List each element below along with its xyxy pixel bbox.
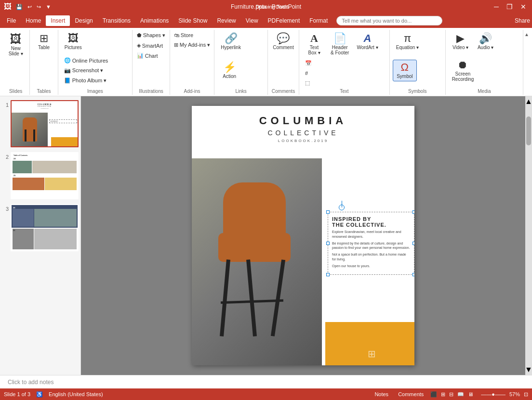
new-slide-button[interactable]: 🖼 NewSlide ▾ xyxy=(4,31,28,59)
menu-bar: File Home Insert Design Transitions Anim… xyxy=(0,13,532,28)
slide-preview-3[interactable]: 28 30 xyxy=(11,204,79,251)
view-outline-btn[interactable]: ⊞ xyxy=(441,391,445,398)
view-normal-btn[interactable]: ⬛ xyxy=(430,391,437,398)
wordart-button[interactable]: A WordArt ▾ xyxy=(353,31,381,52)
symbol-button[interactable]: Ω Symbol xyxy=(393,60,417,81)
view-presenter-btn[interactable]: 🖥 xyxy=(468,391,473,397)
screenshot-label: Screenshot ▾ xyxy=(72,67,104,74)
menu-slideshow[interactable]: Slide Show xyxy=(173,15,212,26)
slide-canvas[interactable]: COLUMBIA COLLECTIVE LOOKBOOK.2019 xyxy=(192,106,414,365)
textbox-button[interactable]: A TextBox ▾ xyxy=(302,31,326,58)
menu-animations[interactable]: Animations xyxy=(135,15,173,26)
thumb2-inner: Table of Contents 24 25 xyxy=(12,153,78,198)
menu-format[interactable]: Format xyxy=(305,15,332,26)
view-slide-sorter-btn[interactable]: ⊟ xyxy=(449,391,453,398)
thumb3-top: 28 xyxy=(12,205,78,228)
thumb2-row1 xyxy=(13,161,77,173)
ribbon-collapse-btn[interactable]: ▲ xyxy=(523,30,530,95)
chair-leg2 xyxy=(246,259,257,336)
vertical-scrollbar[interactable]: ▲ ▼ xyxy=(525,96,532,375)
audio-button[interactable]: 🔊 Audio ▾ xyxy=(474,31,498,52)
slide-thumb-1[interactable]: 1 COLUMBIA COLLECTIVE LOOKBOOK.2019 INSP… xyxy=(2,100,79,147)
comment-label: Comment xyxy=(273,45,293,50)
shapes-button[interactable]: ⬟ Shapes ▾ xyxy=(134,31,168,40)
action-button[interactable]: ⚡ Action xyxy=(217,60,241,81)
chair-visual xyxy=(209,178,305,346)
wordart-label: WordArt ▾ xyxy=(357,45,378,50)
smartart-button[interactable]: ◈ SmartArt xyxy=(134,41,168,50)
slides-group-label: Slides xyxy=(9,88,22,94)
screen-recording-button[interactable]: ⏺ ScreenRecording xyxy=(449,57,478,84)
title-bar-right: ─ ❐ ✕ xyxy=(492,3,528,11)
redo-btn[interactable]: ↪ xyxy=(35,3,42,11)
window-title: Furniture.pptx - PowerPoint xyxy=(231,3,301,10)
my-addins-icon: ⊞ xyxy=(174,42,178,48)
action-label: Action xyxy=(223,74,236,79)
slide-chair-image xyxy=(192,158,322,365)
wordart-icon: A xyxy=(364,33,372,44)
my-addins-label: My Add-ins ▾ xyxy=(180,42,210,48)
selection-handle-ml xyxy=(326,242,330,245)
undo-btn[interactable]: ↩ xyxy=(26,3,33,11)
screenshot-button[interactable]: 📷 Screenshot ▾ xyxy=(61,66,111,75)
text-more2-button[interactable]: # xyxy=(302,69,315,77)
table-icon: ⊞ xyxy=(40,33,48,44)
thumb2-img2 xyxy=(32,161,77,173)
my-addins-button[interactable]: ⊞ My Add-ins ▾ xyxy=(171,40,213,50)
links-group-label: Links xyxy=(235,88,246,94)
slides-panel: 1 COLUMBIA COLLECTIVE LOOKBOOK.2019 INSP… xyxy=(0,96,81,375)
fit-slide-btn[interactable]: ⊡ xyxy=(524,391,528,398)
photo-album-button[interactable]: 📘 Photo Album ▾ xyxy=(61,76,111,85)
new-slide-icon: 🖼 xyxy=(10,33,22,45)
text-more1-button[interactable]: 📅 xyxy=(302,59,315,68)
ribbon-group-illustrations: ⬟ Shapes ▾ ◈ SmartArt 📊 Chart Illustrati… xyxy=(133,30,170,95)
scrollbar-thumb[interactable] xyxy=(526,116,531,145)
pictures-button[interactable]: 🖼 Pictures xyxy=(61,31,85,52)
hyperlink-button[interactable]: 🔗 Hyperlink xyxy=(217,31,244,52)
zoom-slider[interactable]: ——●—— xyxy=(481,391,505,397)
menu-review[interactable]: Review xyxy=(212,15,240,26)
notes-status-btn[interactable]: Notes xyxy=(372,391,391,398)
header-footer-button[interactable]: 📄 Header& Footer xyxy=(327,31,352,58)
table-button[interactable]: ⊞ Table xyxy=(32,31,56,52)
shapes-label: Shapes ▾ xyxy=(143,32,165,39)
shapes-icon: ⬟ xyxy=(137,32,142,39)
title-bar: 🖼 💾 ↩ ↪ ▼ Furniture.pptx - PowerPoint Dr… xyxy=(0,0,532,13)
screen-recording-icon: ⏺ xyxy=(457,60,468,70)
thumb2-row2 xyxy=(13,178,77,190)
slide-thumb-2[interactable]: 2 Table of Contents 24 25 xyxy=(2,152,79,199)
minimize-button[interactable]: ─ xyxy=(492,3,501,11)
equation-button[interactable]: π Equation ▾ xyxy=(393,31,422,52)
store-button[interactable]: 🛍 Store xyxy=(171,31,213,39)
tell-me-input[interactable] xyxy=(336,16,442,26)
restore-button[interactable]: ❐ xyxy=(505,3,515,11)
menu-file[interactable]: File xyxy=(2,15,21,26)
menu-home[interactable]: Home xyxy=(21,15,46,26)
menu-transitions[interactable]: Transitions xyxy=(98,15,135,26)
customize-btn[interactable]: ▼ xyxy=(44,3,53,10)
notes-bar[interactable]: Click to add notes xyxy=(0,375,532,388)
menu-pdfelement[interactable]: PDFelement xyxy=(263,15,305,26)
header-footer-icon: 📄 xyxy=(333,33,346,44)
thumb3-num2: 30 xyxy=(13,229,15,232)
chart-button[interactable]: 📊 Chart xyxy=(134,51,168,60)
video-button[interactable]: ▶ Video ▾ xyxy=(449,31,473,52)
menu-design[interactable]: Design xyxy=(70,15,97,26)
view-reading-btn[interactable]: 📖 xyxy=(457,391,464,398)
slide-thumb-3[interactable]: 3 28 30 xyxy=(2,204,79,251)
save-btn[interactable]: 💾 xyxy=(14,3,24,11)
online-pictures-button[interactable]: 🌐 Online Pictures xyxy=(61,56,111,65)
slide-text-box[interactable]: INSPIRED BYTHE COLLECTIVE. Explore Scand… xyxy=(328,212,414,275)
powerpoint-icon: 🖼 xyxy=(4,2,12,11)
comment-button[interactable]: 💬 Comment xyxy=(269,31,297,52)
slide-preview-2[interactable]: Table of Contents 24 25 xyxy=(11,152,79,199)
share-button[interactable]: Share xyxy=(515,17,530,24)
slide-preview-1[interactable]: COLUMBIA COLLECTIVE LOOKBOOK.2019 INSPIR… xyxy=(11,100,79,147)
text-more3-button[interactable]: ⬚ xyxy=(302,78,315,88)
close-button[interactable]: ✕ xyxy=(519,3,528,11)
slide-text-para4: Open our house to yours. xyxy=(332,264,410,269)
ribbon: 🖼 NewSlide ▾ Slides ⊞ Table Tables 🖼 Pic xyxy=(0,28,532,96)
comments-status-btn[interactable]: Comments xyxy=(395,391,426,398)
menu-view[interactable]: View xyxy=(241,15,263,26)
menu-insert[interactable]: Insert xyxy=(46,15,70,26)
